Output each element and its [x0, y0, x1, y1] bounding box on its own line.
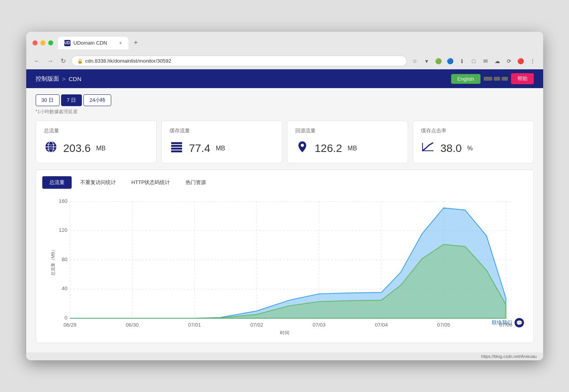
bookmark-icon[interactable]: ☆ — [411, 57, 419, 65]
data-note: *1小時數據處理延遲 — [36, 108, 534, 115]
chart-svg: .grid-line { stroke: #ddd; stroke-width:… — [42, 195, 527, 328]
svg-text:06/30: 06/30 — [126, 322, 139, 328]
help-button[interactable]: 帮助 — [511, 73, 534, 84]
stat-label-1: 缓存流量 — [170, 127, 274, 134]
contact-label: 联络我们 — [492, 319, 512, 326]
svg-text:06/29: 06/29 — [63, 322, 76, 328]
stat-label-3: 缓存点击率 — [421, 127, 526, 134]
page-content: 控制版面 > CDN English 帮助 30 日 7 日 24小時 — [26, 69, 543, 352]
chat-icon: 💬 — [515, 318, 524, 327]
svg-rect-6 — [171, 150, 182, 152]
url-input[interactable]: 🔒 cdn.8338.hk/domainlist/monitor/30592 — [71, 56, 407, 66]
stat-unit-3: % — [467, 145, 473, 152]
ext-icon-8[interactable]: ⟳ — [505, 57, 513, 65]
english-button[interactable]: English — [451, 74, 480, 84]
lang-bar-3 — [502, 77, 508, 81]
stats-grid: 总流量 203.6 MB — [36, 121, 534, 163]
stat-label-2: 回源流量 — [295, 127, 400, 134]
stat-card-total-traffic: 总流量 203.6 MB — [36, 121, 157, 163]
ext-icon-7[interactable]: ☁ — [493, 57, 502, 65]
active-tab[interactable]: UD UDomain CDN × — [58, 37, 128, 49]
filter-7d-button[interactable]: 7 日 — [61, 94, 82, 106]
tab-title: UDomain CDN — [74, 40, 107, 46]
tab-favicon: UD — [64, 40, 70, 46]
toolbar-icons: ☆ ▾ 🟢 🔵 ℹ □ ✉ ☁ ⟳ 🔴 ⋮ — [411, 57, 537, 65]
stat-unit-2: MB — [348, 145, 357, 152]
stat-unit-1: MB — [216, 145, 225, 152]
chart-container: 总流量 不重复访问统计 HTTP状态码统计 热门资源 总流量（MB） .grid… — [36, 170, 534, 343]
traffic-lights — [33, 40, 53, 45]
svg-text:07/03: 07/03 — [312, 322, 325, 328]
svg-text:120: 120 — [59, 227, 67, 233]
contact-us[interactable]: 联络我们 💬 — [492, 318, 524, 327]
stat-value-row-2: 126.2 MB — [295, 140, 400, 157]
refresh-button[interactable]: ↻ — [59, 56, 67, 65]
tab-http-status[interactable]: HTTP状态码统计 — [125, 176, 177, 189]
tab-hot-resources[interactable]: 热门资源 — [179, 176, 213, 189]
maximize-button[interactable] — [48, 40, 53, 45]
stat-value-1: 77.4 — [189, 142, 211, 155]
cache-icon — [170, 140, 184, 157]
svg-text:07/01: 07/01 — [188, 322, 201, 328]
svg-text:40: 40 — [61, 285, 67, 291]
svg-point-7 — [301, 144, 304, 147]
forward-button[interactable]: → — [46, 57, 55, 65]
time-filters: 30 日 7 日 24小時 — [36, 94, 534, 106]
stat-value-row-1: 77.4 MB — [170, 140, 274, 157]
svg-text:07/04: 07/04 — [375, 322, 388, 328]
ext-icon-9[interactable]: 🔴 — [517, 57, 525, 65]
status-url: https://blog.csdn.net/Anieoau — [481, 354, 537, 359]
lock-icon: 🔒 — [77, 58, 83, 64]
nav-right: English 帮助 — [451, 73, 534, 84]
browser-window: UD UDomain CDN × + ← → ↻ 🔒 cdn.8338.hk/d… — [26, 32, 543, 360]
chart-icon — [421, 140, 435, 157]
stat-value-row-0: 203.6 MB — [44, 140, 148, 157]
main-area: 30 日 7 日 24小時 *1小時數據處理延遲 总流量 — [26, 88, 543, 352]
x-axis-label: 时间 — [42, 330, 527, 336]
chart-area: 总流量（MB） .grid-line { stroke: #ddd; strok… — [42, 195, 527, 328]
ext-icon-6[interactable]: ✉ — [481, 57, 490, 65]
globe-icon — [44, 140, 58, 157]
stat-value-0: 203.6 — [63, 142, 91, 155]
breadcrumb-current: CDN — [69, 76, 81, 82]
breadcrumb-home[interactable]: 控制版面 — [36, 75, 59, 83]
filter-30d-button[interactable]: 30 日 — [36, 94, 60, 106]
svg-rect-5 — [171, 148, 182, 150]
stat-value-2: 126.2 — [315, 142, 342, 155]
ext-icon-3[interactable]: 🔵 — [446, 57, 455, 65]
status-bar: https://blog.csdn.net/Anieoau — [26, 352, 543, 360]
lang-switcher — [484, 77, 508, 81]
title-bar: UD UDomain CDN × + — [26, 32, 543, 52]
address-bar: ← → ↻ 🔒 cdn.8338.hk/domainlist/monitor/3… — [26, 52, 543, 69]
tab-bar: UD UDomain CDN × + — [58, 36, 142, 49]
stat-value-row-3: 38.0 % — [421, 140, 526, 157]
tab-unique-visits[interactable]: 不重复访问统计 — [73, 176, 123, 189]
breadcrumb-separator: > — [62, 76, 66, 82]
filter-24h-button[interactable]: 24小時 — [83, 94, 111, 106]
minimize-button[interactable] — [40, 40, 45, 45]
ext-icon-5[interactable]: □ — [470, 57, 478, 65]
ext-icon-2[interactable]: 🟢 — [434, 57, 443, 65]
close-button[interactable] — [33, 40, 38, 45]
svg-text:07/05: 07/05 — [437, 322, 450, 328]
chart-tabs: 总流量 不重复访问统计 HTTP状态码统计 热门资源 — [42, 176, 527, 189]
stat-value-3: 38.0 — [441, 142, 462, 155]
pin-icon — [295, 140, 309, 157]
url-text: cdn.8338.hk/domainlist/monitor/30592 — [85, 58, 172, 64]
stat-label-0: 总流量 — [44, 127, 148, 134]
tab-total-traffic[interactable]: 总流量 — [42, 176, 72, 189]
nav-bar: 控制版面 > CDN English 帮助 — [26, 69, 543, 88]
y-axis-label: 总流量（MB） — [50, 247, 56, 276]
new-tab-button[interactable]: + — [130, 36, 142, 49]
svg-text:07/02: 07/02 — [250, 322, 263, 328]
menu-icon[interactable]: ⋮ — [528, 57, 537, 65]
lang-bar-1 — [484, 77, 492, 81]
stat-card-cache-rate: 缓存点击率 38.0 % — [413, 121, 534, 163]
tab-close-button[interactable]: × — [119, 40, 122, 46]
svg-text:0: 0 — [64, 315, 67, 321]
stat-unit-0: MB — [96, 145, 106, 152]
ext-icon-4[interactable]: ℹ — [458, 57, 466, 65]
back-button[interactable]: ← — [33, 57, 42, 65]
ext-icon-1[interactable]: ▾ — [423, 57, 431, 65]
svg-rect-4 — [171, 145, 182, 147]
